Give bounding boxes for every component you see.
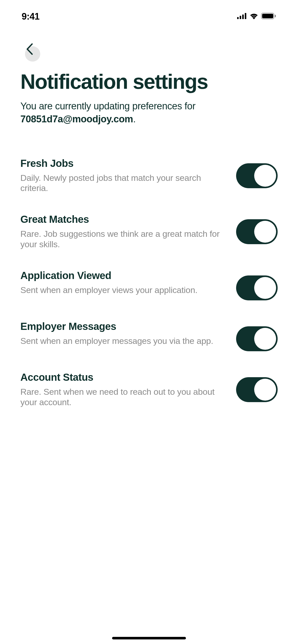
setting-text: Fresh Jobs Daily. Newly posted jobs that… <box>20 158 226 194</box>
user-email: 70851d7a@moodjoy.com <box>20 114 133 124</box>
nav-bar <box>0 25 298 56</box>
svg-rect-2 <box>242 14 244 19</box>
cellular-icon <box>237 13 247 20</box>
svg-rect-5 <box>262 14 273 18</box>
setting-title: Employer Messages <box>20 321 226 332</box>
page-description: You are currently updating preferences f… <box>20 100 278 126</box>
setting-description: Sent when an employer messages you via t… <box>20 336 226 346</box>
setting-description: Rare. Sent when we need to reach out to … <box>20 387 226 407</box>
toggle-fresh-jobs[interactable] <box>236 163 278 188</box>
svg-rect-6 <box>275 15 276 17</box>
setting-text: Account Status Rare. Sent when we need t… <box>20 372 226 407</box>
toggle-employer-messages[interactable] <box>236 326 278 351</box>
svg-rect-1 <box>240 16 241 19</box>
setting-description: Daily. Newly posted jobs that match your… <box>20 173 226 194</box>
setting-application-viewed: Application Viewed Sent when an employer… <box>20 270 278 300</box>
status-icons <box>237 13 276 20</box>
home-indicator[interactable] <box>112 637 186 639</box>
description-prefix: You are currently updating preferences f… <box>20 101 195 111</box>
settings-list: Fresh Jobs Daily. Newly posted jobs that… <box>20 158 278 407</box>
status-time: 9:41 <box>22 11 39 22</box>
setting-description: Sent when an employer views your applica… <box>20 285 226 295</box>
toggle-great-matches[interactable] <box>236 219 278 244</box>
setting-title: Account Status <box>20 372 226 383</box>
chevron-left-icon <box>26 43 33 56</box>
svg-rect-0 <box>237 17 239 19</box>
setting-title: Great Matches <box>20 214 226 225</box>
setting-fresh-jobs: Fresh Jobs Daily. Newly posted jobs that… <box>20 158 278 194</box>
setting-account-status: Account Status Rare. Sent when we need t… <box>20 372 278 407</box>
page-title: Notification settings <box>20 71 278 92</box>
setting-text: Application Viewed Sent when an employer… <box>20 270 226 295</box>
setting-text: Great Matches Rare. Job suggestions we t… <box>20 214 226 250</box>
battery-icon <box>261 13 276 20</box>
setting-title: Application Viewed <box>20 270 226 281</box>
toggle-application-viewed[interactable] <box>236 275 278 300</box>
toggle-account-status[interactable] <box>236 377 278 402</box>
description-suffix: . <box>133 114 136 124</box>
status-bar: 9:41 <box>0 0 298 25</box>
setting-text: Employer Messages Sent when an employer … <box>20 321 226 346</box>
setting-title: Fresh Jobs <box>20 158 226 169</box>
back-button[interactable] <box>20 41 38 58</box>
setting-employer-messages: Employer Messages Sent when an employer … <box>20 321 278 351</box>
setting-great-matches: Great Matches Rare. Job suggestions we t… <box>20 214 278 250</box>
setting-description: Rare. Job suggestions we think are a gre… <box>20 229 226 250</box>
wifi-icon <box>249 13 259 20</box>
svg-rect-3 <box>245 13 246 19</box>
content: Notification settings You are currently … <box>0 56 298 407</box>
